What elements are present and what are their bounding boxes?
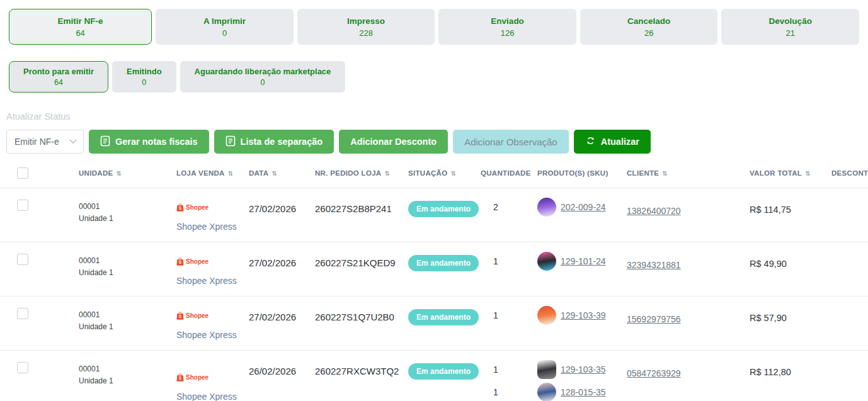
- shopee-bag-icon: S: [176, 312, 184, 320]
- date-cell: 27/02/2026: [249, 312, 315, 346]
- sort-icon[interactable]: ⇅: [117, 170, 122, 177]
- status-cell: Em andamento: [408, 358, 481, 401]
- header-cliente[interactable]: CLIENTE ⇅: [627, 167, 750, 179]
- document-icon: [226, 135, 236, 149]
- row-checkbox[interactable]: [17, 362, 28, 373]
- discount-cell: [831, 196, 868, 238]
- client-link[interactable]: 05847263929: [627, 368, 681, 378]
- row-select-cell: [0, 250, 79, 292]
- unit-cell: 00001 Unidade 1: [79, 255, 176, 292]
- sort-icon[interactable]: ⇅: [662, 170, 668, 177]
- add-discount-button[interactable]: Adicionar Desconto: [339, 130, 448, 154]
- client-cell: 13826400720: [627, 206, 750, 238]
- tab-cancelado[interactable]: Cancelado 26: [580, 9, 718, 45]
- products-cell: 202-009-24: [537, 196, 627, 238]
- status-badge: Em andamento: [408, 255, 479, 271]
- select-all-cell: [0, 167, 79, 179]
- product-sku-link[interactable]: 129-101-24: [561, 256, 606, 266]
- tab-impresso[interactable]: Impresso 228: [297, 9, 435, 45]
- refresh-button[interactable]: Atualizar: [574, 130, 651, 154]
- subtab-pronto-para-emitir[interactable]: Pronto para emitir 64: [9, 61, 108, 93]
- tab-count: 21: [786, 28, 795, 38]
- total-cell: R$ 114,75: [750, 205, 831, 238]
- product-sku-link[interactable]: 129-103-39: [561, 310, 606, 320]
- unit-name: Unidade 1: [79, 375, 176, 387]
- status-select-value: Emitir NF-e: [14, 137, 59, 147]
- status-badge: Em andamento: [408, 309, 479, 325]
- tab-label: Impresso: [347, 16, 385, 26]
- status-select[interactable]: Emitir NF-e: [6, 130, 84, 154]
- generate-invoices-button[interactable]: Gerar notas fiscais: [89, 130, 209, 154]
- product-image[interactable]: [537, 360, 556, 379]
- store-channel-link[interactable]: Shopee Xpress: [176, 392, 249, 401]
- total-cell: R$ 57,90: [750, 313, 831, 346]
- svg-text:S: S: [179, 376, 182, 380]
- row-checkbox[interactable]: [17, 200, 28, 211]
- header-situacao[interactable]: SITUAÇÃO ⇅: [408, 167, 481, 179]
- store-channel-link[interactable]: Shopee Xpress: [176, 330, 249, 340]
- tab-label: Enviado: [491, 16, 524, 26]
- header-nr-pedido-loja[interactable]: NR. PEDIDO LOJA ⇅: [315, 167, 408, 179]
- subtab-aguardando-liberacao[interactable]: Aguardando liberação marketplace 0: [180, 61, 346, 93]
- header-unidade[interactable]: UNIDADE ⇅: [79, 167, 176, 179]
- order-number-cell: 260227S2B8P241: [315, 203, 408, 238]
- date-cell: 27/02/2026: [249, 203, 315, 238]
- tab-emitir-nfe[interactable]: Emitir NF-e 64: [9, 9, 152, 45]
- row-checkbox[interactable]: [17, 308, 28, 319]
- tab-devolucao[interactable]: Devolução 21: [721, 9, 859, 45]
- picking-list-button[interactable]: Lista de separação: [214, 130, 334, 154]
- header-valor-total[interactable]: VALOR TOTAL ⇅: [750, 167, 831, 179]
- tab-enviado[interactable]: Enviado 126: [438, 9, 576, 45]
- select-all-checkbox[interactable]: [17, 167, 28, 179]
- row-select-cell: [0, 196, 79, 238]
- table-row: 00001 Unidade 1 S Shopee Shopee Xpress 2…: [0, 242, 868, 296]
- client-link[interactable]: 13826400720: [627, 206, 681, 216]
- tab-label: Cancelado: [627, 16, 670, 26]
- add-note-button[interactable]: Adicionar Observação: [453, 130, 569, 154]
- product-sku-link[interactable]: 129-103-35: [561, 364, 606, 375]
- product-image[interactable]: [537, 306, 556, 325]
- sort-icon[interactable]: ⇅: [805, 170, 811, 177]
- header-loja-venda[interactable]: LOJA VENDA ⇅: [176, 167, 249, 179]
- subtab-label: Emitindo: [127, 67, 162, 76]
- header-data[interactable]: DATA ⇅: [249, 167, 315, 179]
- add-discount-label: Adicionar Desconto: [350, 137, 437, 147]
- tab-a-imprimir[interactable]: A Imprimir 0: [156, 9, 294, 45]
- client-link[interactable]: 32394321881: [627, 260, 681, 270]
- unit-code: 00001: [79, 363, 176, 375]
- quantity-cell: 1: [481, 304, 537, 346]
- header-desconto: DESCONTO: [831, 167, 868, 179]
- product-image[interactable]: [537, 383, 556, 401]
- product-line: 129-101-24: [537, 250, 627, 273]
- order-number-cell: 260227S21KQED9: [315, 257, 408, 292]
- product-sku-link[interactable]: 202-009-24: [561, 202, 606, 212]
- product-image[interactable]: [537, 252, 556, 271]
- sort-icon[interactable]: ⇅: [450, 170, 456, 177]
- quantity-cell: 1 1: [481, 358, 537, 401]
- tab-label: Emitir NF-e: [58, 16, 103, 26]
- order-number-cell: 260227S1Q7U2B0: [315, 312, 408, 346]
- header-quantidade: QUANTIDADE: [481, 167, 537, 179]
- client-link[interactable]: 15692979756: [627, 314, 681, 324]
- row-checkbox[interactable]: [17, 254, 28, 265]
- discount-cell: [831, 358, 868, 401]
- header-label: LOJA VENDA: [176, 169, 225, 177]
- sort-icon[interactable]: ⇅: [271, 170, 277, 177]
- quantity-value: 1: [481, 304, 537, 327]
- status-cell: Em andamento: [408, 196, 481, 238]
- tab-label: Devolução: [769, 16, 812, 26]
- chevron-down-icon: [69, 137, 76, 144]
- quantity-value: 1: [481, 381, 537, 401]
- store-channel-link[interactable]: Shopee Xpress: [176, 222, 249, 232]
- unit-code: 00001: [79, 255, 176, 267]
- orders-table-header: UNIDADE ⇅ LOJA VENDA ⇅ DATA ⇅ NR. PEDIDO…: [0, 167, 868, 188]
- product-image[interactable]: [537, 198, 556, 217]
- product-sku-link[interactable]: 128-015-35: [561, 387, 606, 397]
- store-channel-link[interactable]: Shopee Xpress: [176, 276, 249, 286]
- sort-icon[interactable]: ⇅: [384, 170, 390, 177]
- subtab-emitindo[interactable]: Emitindo 0: [112, 61, 176, 93]
- sort-icon[interactable]: ⇅: [228, 170, 234, 177]
- action-toolbar: Emitir NF-e Gerar notas fiscais Lista de…: [6, 130, 868, 154]
- date-cell: 26/02/2026: [249, 366, 315, 401]
- discount-cell: [831, 250, 868, 292]
